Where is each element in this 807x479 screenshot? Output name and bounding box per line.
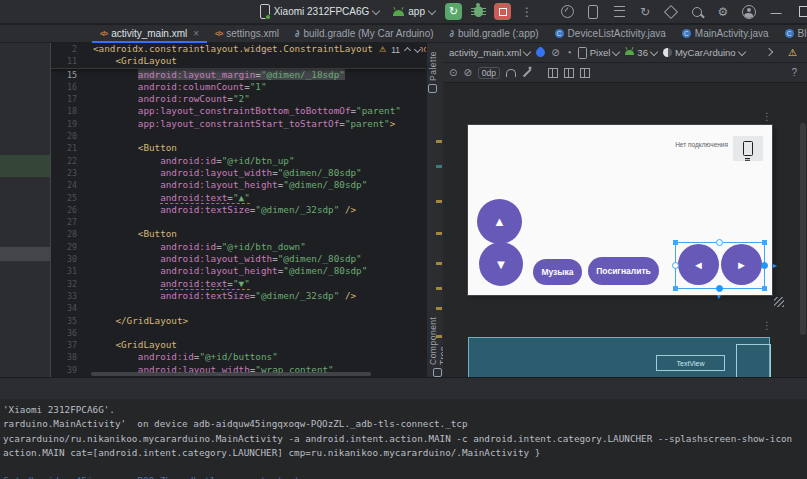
code-line[interactable]: 32 android:text="▼" <box>51 278 426 290</box>
code-line[interactable]: 37 <GridLayout <box>51 339 426 351</box>
code-line[interactable]: 11 <GridLayout <box>51 55 426 67</box>
night-mode-icon[interactable]: ◔ <box>566 47 572 58</box>
design-warning-icon[interactable]: ⚠ <box>788 47 797 58</box>
tab-bluetoothser[interactable]: CBluetoothSer <box>777 25 807 42</box>
line-number[interactable]: 31 <box>51 265 77 277</box>
line-number[interactable]: 18 <box>51 105 77 117</box>
code-editor[interactable]: ⚠ 11 2<androidx.constraintlayout.widget.… <box>51 43 426 377</box>
line-number[interactable]: 26 <box>51 204 77 216</box>
blueprint-canvas[interactable]: TextView <box>468 337 770 377</box>
line-number[interactable]: 20 <box>51 130 77 142</box>
code-line[interactable]: 22 android:id="@+id/btn_up" <box>51 155 426 167</box>
code-line[interactable]: 24 android:layout_height="@dimen/_80sdp" <box>51 179 426 191</box>
design-canvas[interactable]: Нет подключения ▲ ▼ Музыка Посигналить ◄… <box>468 125 772 295</box>
code-line[interactable]: 23 android:layout_width="@dimen/_80sdp" <box>51 167 426 179</box>
line-number[interactable]: 11 <box>51 55 77 67</box>
line-number[interactable]: 30 <box>51 253 77 265</box>
code-line[interactable]: 35 </GridLayout> <box>51 315 426 327</box>
tab-mainactivity-java[interactable]: CMainActivity.java <box>674 25 777 42</box>
constraint-anchor-left[interactable] <box>672 262 679 269</box>
code-line[interactable]: 31 android:layout_height="@dimen/_80sdp" <box>51 265 426 277</box>
inspection-widget[interactable]: ⚠ 11 <box>375 43 420 56</box>
stop-button[interactable] <box>494 3 511 20</box>
selection-handle[interactable] <box>673 286 678 291</box>
line-number[interactable]: 17 <box>51 93 77 105</box>
tab-build-gradle-app[interactable]: ∂build.gradle (:app) <box>442 25 547 42</box>
help-icon[interactable]: ? <box>791 67 797 78</box>
line-number[interactable]: 2 <box>51 43 77 55</box>
line-number[interactable]: 19 <box>51 118 77 130</box>
clear-constraints-icon[interactable] <box>548 68 558 78</box>
code-line[interactable]: 30 android:layout_width="@dimen/_80sdp" <box>51 253 426 265</box>
palette-tab[interactable]: Palette <box>428 51 438 93</box>
line-number[interactable]: 34 <box>51 302 77 314</box>
next-issue-icon[interactable] <box>414 45 421 52</box>
api-level-menu[interactable]: 36 <box>625 47 657 58</box>
minimize-button[interactable]: — <box>765 2 787 22</box>
device-menu[interactable]: Pixel <box>578 47 620 59</box>
canvas-menu-icon[interactable]: ⋮ <box>762 115 772 119</box>
orientation-icon[interactable]: ⊘ <box>551 47 559 58</box>
code-line[interactable]: 26 android:textSize="@dimen/_32sdp" /> <box>51 204 426 216</box>
line-number[interactable]: 16 <box>51 81 77 93</box>
design-surface[interactable]: ⋮ Нет подключения ▲ ▼ Музыка Посигналить… <box>443 83 807 377</box>
pack-icon[interactable] <box>564 68 574 78</box>
design-surface-icon[interactable] <box>534 46 547 59</box>
line-number[interactable]: 37 <box>51 339 77 351</box>
blueprint-textview[interactable]: TextView <box>656 355 725 371</box>
default-margins-selector[interactable]: 0dp <box>478 67 500 79</box>
code-line[interactable]: 29 android:id="@+id/btn_down" <box>51 241 426 253</box>
close-tab-icon[interactable]: × <box>193 28 199 39</box>
line-number[interactable]: 28 <box>51 228 77 240</box>
tab-devicelistactivity-java[interactable]: CDeviceListActivity.java <box>547 25 674 42</box>
selection-handle[interactable] <box>762 286 767 291</box>
preview-btn-music[interactable]: Музыка <box>533 259 582 285</box>
code-line[interactable]: 36 <box>51 327 426 339</box>
code-line[interactable]: 38 android:id="@+id/buttons" <box>51 351 426 363</box>
code-line[interactable]: 20 <box>51 130 426 142</box>
blueprint-connection-box[interactable] <box>736 344 771 377</box>
line-number[interactable]: 25 <box>51 192 77 204</box>
preview-btn-horn[interactable]: Посигналить <box>588 257 659 285</box>
gemini-button[interactable] <box>661 2 681 22</box>
line-number[interactable]: 36 <box>51 327 77 339</box>
tab-build-gradle-my-car-arduino[interactable]: ∂build.gradle (My Car Arduino) <box>287 25 442 42</box>
run-configuration-selector[interactable]: app <box>389 4 439 19</box>
line-number[interactable]: 24 <box>51 179 77 191</box>
view-options-icon[interactable]: ⊙ <box>449 67 457 78</box>
line-number[interactable]: 33 <box>51 290 77 302</box>
preview-btn-down[interactable]: ▼ <box>479 242 523 286</box>
line-number[interactable]: 23 <box>51 167 77 179</box>
constraint-anchor-top[interactable] <box>716 239 723 246</box>
code-line[interactable]: 28 <Button <box>51 228 426 240</box>
gradle-sync-button[interactable]: ↻ <box>635 2 655 22</box>
tab-settings-xml[interactable]: </>settings.xml <box>207 25 287 42</box>
maximize-button[interactable] <box>793 2 807 22</box>
constraint-anchor-right[interactable] <box>761 262 768 269</box>
line-number[interactable]: 27 <box>51 216 77 228</box>
code-line[interactable]: 21 <Button <box>51 142 426 154</box>
line-number[interactable]: 38 <box>51 351 77 363</box>
settings-button[interactable]: ⚙ <box>713 2 733 22</box>
code-line[interactable]: 17 android:rowCount="2" <box>51 93 426 105</box>
code-line[interactable]: 16 android:columnCount="1" <box>51 81 426 93</box>
more-actions-button[interactable]: ⋮ <box>517 2 537 22</box>
selection-handle[interactable] <box>673 240 678 245</box>
code-line[interactable]: 15 android:layout_margin="@dimen/_18sdp" <box>51 69 426 81</box>
line-number[interactable]: 39 <box>51 364 77 376</box>
device-selector[interactable]: Xiaomi 2312FPCA6G <box>256 2 384 21</box>
code-line[interactable]: 19 app:layout_constraintStart_toStartOf=… <box>51 118 426 130</box>
profiler-button[interactable] <box>557 2 577 22</box>
code-line[interactable]: 34 <box>51 302 426 314</box>
line-number[interactable]: 35 <box>51 315 77 327</box>
code-line[interactable]: 33 android:textSize="@dimen/_32sdp" /> <box>51 290 426 302</box>
horizontal-scrollbar[interactable] <box>91 372 371 376</box>
autoconnect-magnet-icon[interactable] <box>506 69 516 77</box>
canvas-resize-handle[interactable] <box>774 297 784 307</box>
infer-constraints-icon[interactable] <box>523 68 531 76</box>
line-number[interactable]: 29 <box>51 241 77 253</box>
search-everywhere-button[interactable] <box>687 2 707 22</box>
line-number[interactable]: 22 <box>51 155 77 167</box>
blueprint-menu-icon[interactable]: ⋮ <box>762 324 772 328</box>
previous-issue-icon[interactable] <box>404 47 411 54</box>
